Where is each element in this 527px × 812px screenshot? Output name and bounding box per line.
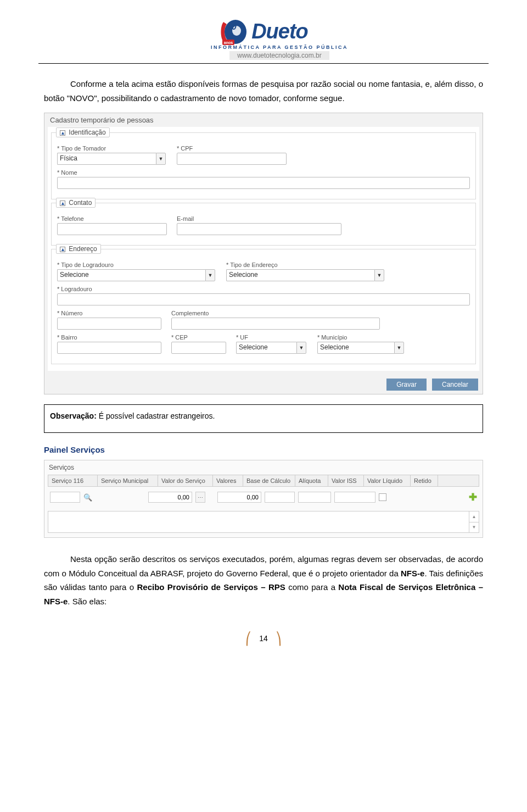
municipio-select[interactable]: Selecione ▼ (317, 342, 405, 354)
tipo-tomador-label: * Tipo de Tomador (57, 145, 167, 152)
valores-button[interactable]: ⋯ (195, 492, 205, 503)
brand-logo: anos 10 Dueto INFORMÁTICA PARA GESTÃO PÚ… (179, 16, 348, 60)
col-aliquota: Alíquota (295, 475, 328, 486)
bracket-left-icon: ⎛ (245, 632, 251, 646)
col-base-calculo: Base de Cálculo (243, 475, 295, 486)
municipio-value: Selecione (317, 342, 394, 354)
col-valor-iss: Valor ISS (328, 475, 364, 486)
para2-bold1: NFS-e (401, 569, 424, 578)
fieldset-identificacao: ▲ Identificação * Tipo de Tomador Física… (51, 132, 476, 199)
nome-input[interactable] (57, 177, 470, 189)
para2-bold2: Recibo Provisório de Serviços – RPS (137, 582, 285, 592)
fieldset-endereco: ▲ Endereço * Tipo de Logradouro Selecion… (51, 249, 476, 364)
email-input[interactable] (177, 223, 341, 235)
uf-value: Selecione (236, 342, 296, 354)
chevron-down-icon: ▼ (296, 342, 306, 354)
col-actions (438, 475, 479, 486)
uf-label: * UF (236, 334, 307, 341)
telefone-input[interactable] (57, 223, 167, 235)
cep-label: * CEP (171, 334, 226, 341)
fieldset-legend-contato[interactable]: ▲ Contato (56, 198, 96, 208)
add-row-icon[interactable]: ✚ (469, 491, 477, 503)
page-header: anos 10 Dueto INFORMÁTICA PARA GESTÃO PÚ… (44, 16, 483, 60)
numero-input[interactable] (57, 318, 161, 330)
valor-servico-input[interactable] (148, 492, 192, 503)
cadastro-form-screenshot: Cadastro temporário de pessoas ▲ Identif… (44, 113, 483, 394)
logradouro-label: * Logradouro (57, 286, 470, 292)
col-servico-municipal: Serviço Municipal (98, 475, 158, 486)
logradouro-input[interactable] (57, 293, 470, 305)
spinner-up-icon[interactable]: ▲ (469, 511, 479, 522)
fieldset-label: Endereço (69, 245, 97, 253)
retido-checkbox[interactable] (379, 493, 386, 501)
section-title-servicos: Painel Serviços (44, 445, 483, 454)
paragraph-servicos: Nesta opção serão descritos os serviços … (44, 552, 483, 608)
bairro-input[interactable] (57, 342, 161, 354)
para2-c: como para a (285, 582, 339, 592)
observation-label: Observação: (50, 411, 97, 420)
uf-select[interactable]: Selecione ▼ (236, 342, 307, 354)
fieldset-legend-identificacao[interactable]: ▲ Identificação (56, 127, 110, 137)
form-panel-title: Cadastro temporário de pessoas (44, 113, 483, 127)
chevron-down-icon: ▼ (394, 342, 404, 354)
valor-liquido-input[interactable] (334, 492, 375, 503)
brand-name: Dueto (251, 20, 308, 43)
tipo-logradouro-select[interactable]: Selecione ▼ (57, 269, 216, 281)
paragraph-intro: Conforme a tela acima estão disponíveis … (44, 77, 483, 105)
municipio-label: * Município (317, 334, 405, 341)
observation-box: Observação: É possível cadastrar estrang… (44, 404, 483, 433)
logo-badge-icon: anos 10 (219, 16, 249, 47)
chevron-down-icon: ▼ (374, 269, 384, 281)
col-servico-116: Serviço 116 (48, 475, 98, 486)
nome-label: * Nome (57, 169, 470, 176)
cancelar-button[interactable]: Cancelar (432, 379, 478, 391)
svg-text:anos: anos (224, 41, 233, 45)
servicos-table-row: 🔍 ⋯ ✚ (48, 487, 479, 508)
observation-text: É possível cadastrar estrangeiros. (97, 411, 215, 420)
chevron-down-icon: ▼ (156, 153, 166, 165)
fieldset-legend-endereco[interactable]: ▲ Endereço (56, 244, 101, 254)
email-label: E-mail (177, 215, 341, 222)
collapse-icon: ▲ (60, 247, 65, 252)
complemento-input[interactable] (171, 318, 380, 330)
collapse-icon: ▲ (60, 130, 65, 136)
chevron-down-icon: ▼ (205, 269, 215, 281)
search-icon[interactable]: 🔍 (83, 493, 92, 502)
cpf-label: * CPF (177, 145, 287, 152)
servico116-input[interactable] (50, 492, 80, 503)
collapse-icon: ▲ (60, 201, 65, 206)
bairro-label: * Bairro (57, 334, 161, 341)
header-divider (38, 63, 489, 64)
tipo-logradouro-value: Selecione (57, 269, 205, 281)
servicos-panel-screenshot: Serviços Serviço 116 Serviço Municipal V… (44, 460, 483, 538)
page-footer: ⎛ 14 ⎞ (44, 630, 483, 644)
servicos-textarea[interactable]: ▲ ▼ (48, 511, 479, 533)
gravar-button[interactable]: Gravar (386, 379, 427, 391)
spinner-down-icon[interactable]: ▼ (469, 522, 479, 533)
tipo-endereco-select[interactable]: Selecione ▼ (226, 269, 385, 281)
numero-label: * Número (57, 310, 161, 316)
col-retido: Retido (411, 475, 438, 486)
complemento-label: Complemento (171, 310, 380, 316)
tipo-tomador-select[interactable]: Física ▼ (57, 153, 167, 165)
tipo-endereco-label: * Tipo de Endereço (226, 262, 385, 268)
col-valor-servico: Valor do Serviço (158, 475, 213, 486)
tipo-tomador-value: Física (57, 153, 156, 165)
cpf-input[interactable] (177, 153, 287, 165)
bracket-right-icon: ⎞ (276, 632, 282, 646)
fieldset-label: Identificação (69, 129, 105, 136)
base-calculo-input[interactable] (217, 492, 261, 503)
aliquota-input[interactable] (265, 492, 295, 503)
fieldset-label: Contato (69, 199, 92, 207)
valor-iss-input[interactable] (298, 492, 331, 503)
telefone-label: * Telefone (57, 215, 167, 222)
page-number: 14 (254, 634, 273, 643)
servicos-table-header: Serviço 116 Serviço Municipal Valor do S… (48, 475, 479, 487)
fieldset-contato: ▲ Contato * Telefone E-mail (51, 203, 476, 246)
cep-input[interactable] (171, 342, 226, 354)
col-valor-liquido: Valor Líquido (364, 475, 411, 486)
servicos-panel-title: Serviços (49, 464, 479, 471)
tipo-logradouro-label: * Tipo de Logradouro (57, 262, 216, 268)
col-valores: Valores (213, 475, 243, 486)
svg-text:10: 10 (227, 22, 237, 31)
